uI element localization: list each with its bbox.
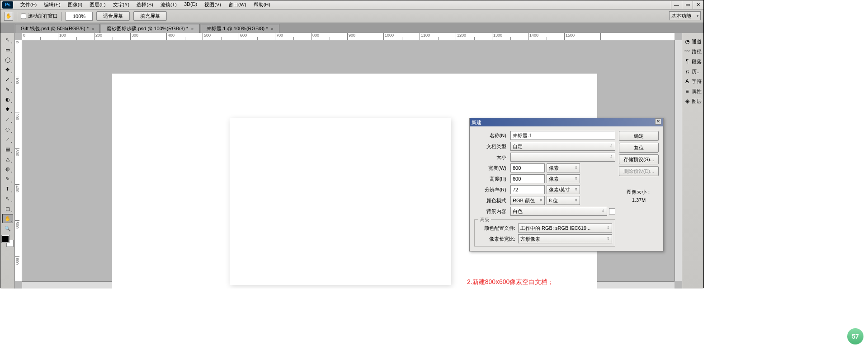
menu-select[interactable]: 选择(S)	[133, 0, 157, 9]
menu-image[interactable]: 图像(I)	[64, 0, 86, 9]
ok-button[interactable]: 确定	[619, 131, 659, 141]
panel-properties[interactable]: ≡属性	[682, 86, 703, 96]
marquee-tool[interactable]: ▭	[2, 45, 13, 54]
name-input[interactable]: 未标题-1	[510, 131, 615, 140]
zoom-input[interactable]: 100%	[66, 12, 93, 21]
hand-tool-icon[interactable]: ✋	[4, 12, 13, 21]
character-icon: A	[684, 78, 690, 84]
doc-tab-2[interactable]: 磨砂图标步骤.psd @ 100%(RGB/8) * ×	[101, 24, 199, 33]
eyedropper-tool[interactable]: ✎	[2, 85, 13, 94]
tab-close-icon[interactable]: ×	[191, 26, 193, 32]
img-size-value: 1.37M	[619, 197, 659, 203]
dialog-close-icon[interactable]: ✕	[655, 118, 661, 125]
scroll-all-label: 滚动所有窗口	[28, 13, 58, 19]
aspect-select[interactable]: 方形像素⇳	[518, 234, 612, 243]
path-tool[interactable]: ↖	[2, 194, 13, 203]
panel-character[interactable]: A字符	[682, 76, 703, 86]
color-swatches[interactable]	[2, 235, 14, 247]
blur-tool[interactable]: △	[2, 154, 13, 163]
delete-preset-button: 删除预设(D)...	[619, 166, 659, 176]
panel-layers[interactable]: ◈图层	[682, 96, 703, 106]
panel-paths[interactable]: 〰路径	[682, 47, 703, 56]
fill-screen-button[interactable]: 填充屏幕	[133, 11, 167, 21]
close-button[interactable]: ✕	[693, 1, 703, 9]
dodge-tool[interactable]: ◍	[2, 164, 13, 173]
image-size-info: 图像大小： 1.37M	[619, 187, 659, 205]
lasso-tool[interactable]: ◯	[2, 55, 13, 64]
dialog-form: 名称(N): 未标题-1 文档类型: 自定⇳ 大小:	[474, 131, 615, 247]
pen-tool[interactable]: ✎	[2, 174, 13, 183]
brush-tool[interactable]: ✱	[2, 105, 13, 114]
width-input[interactable]: 800	[510, 163, 545, 172]
history-brush-tool[interactable]: ◌	[2, 125, 13, 134]
workspace-selector[interactable]: 基本功能 ▾	[669, 11, 701, 20]
chevron-icon: ⇳	[610, 142, 613, 150]
preset-select[interactable]: 自定⇳	[510, 142, 615, 151]
gradient-tool[interactable]: ▤	[2, 144, 13, 154]
hand-tool[interactable]: ✋	[2, 214, 13, 223]
type-tool[interactable]: T	[2, 184, 13, 193]
panel-history[interactable]: ⎌历...	[682, 66, 703, 76]
scroll-all-input[interactable]	[21, 14, 26, 19]
advanced-group: 高级 颜色配置文件: 工作中的 RGB: sRGB IEC619...⇳ 像素长…	[474, 219, 615, 247]
document-canvas[interactable]: ▲ 效果展示 2.新建800ⅹ600像素空白文档； 新建 ✕ 名称(N): 未标…	[112, 74, 597, 289]
stamp-tool[interactable]: ⟋	[2, 115, 13, 124]
window-controls: — ▭ ✕	[671, 1, 703, 9]
app-logo: Ps	[2, 1, 13, 9]
tab-close-icon[interactable]: ×	[91, 26, 94, 32]
save-preset-button[interactable]: 存储预设(S)...	[619, 154, 659, 164]
maximize-button[interactable]: ▭	[682, 1, 693, 9]
bg-color-swatch[interactable]	[609, 208, 615, 214]
doc-tab-1[interactable]: Gift 钱包.psd @ 50%(RGB/8) * ×	[15, 24, 100, 33]
step-caption: 2.新建800ⅹ600像素空白文档；	[467, 278, 554, 286]
menu-type[interactable]: 文字(Y)	[109, 0, 133, 9]
scroll-all-checkbox[interactable]: 滚动所有窗口	[21, 13, 58, 19]
preset-label: 文档类型:	[474, 143, 510, 150]
chevron-icon: ⇳	[607, 235, 610, 243]
bg-label: 背景内容:	[474, 208, 510, 215]
tools-panel: ↖ ▭ ◯ ✥ ⤢ ✎ ◐ ✱ ⟋ ◌ ⟋ ▤ △ ◍ ✎ T ↖ ▢ ✋ 🔍	[0, 33, 15, 289]
heal-tool[interactable]: ◐	[2, 95, 13, 104]
menu-view[interactable]: 视图(V)	[201, 0, 225, 9]
height-unit-select[interactable]: 像素⇳	[547, 174, 580, 183]
res-input[interactable]: 72	[510, 185, 545, 194]
new-dialog: 新建 ✕ 名称(N): 未标题-1 文档类型: 自	[469, 118, 664, 251]
fit-screen-button[interactable]: 适合屏幕	[96, 11, 130, 21]
tab-close-icon[interactable]: ×	[271, 26, 274, 32]
menu-layer[interactable]: 图层(L)	[86, 0, 109, 9]
panel-channels[interactable]: ◔通道	[682, 37, 703, 47]
menu-3d[interactable]: 3D(D)	[180, 0, 201, 9]
wand-tool[interactable]: ✥	[2, 65, 13, 74]
res-unit-select[interactable]: 像素/英寸⇳	[547, 185, 580, 194]
aspect-label: 像素长宽比:	[477, 236, 518, 242]
menu-filter[interactable]: 滤镜(T)	[157, 0, 180, 9]
width-unit-select[interactable]: 像素⇳	[547, 163, 580, 172]
mode-select[interactable]: RGB 颜色⇳	[510, 196, 545, 205]
eraser-tool[interactable]: ⟋	[2, 135, 13, 144]
profile-select[interactable]: 工作中的 RGB: sRGB IEC619...⇳	[518, 223, 612, 233]
dialog-titlebar[interactable]: 新建 ✕	[470, 118, 663, 126]
img-size-label: 图像大小：	[619, 189, 659, 195]
bits-select[interactable]: 8 位⇳	[547, 196, 580, 205]
bg-select[interactable]: 白色⇳	[510, 207, 607, 216]
crop-tool[interactable]: ⤢	[2, 75, 13, 84]
menu-file[interactable]: 文件(F)	[17, 0, 40, 9]
workspace-label: 基本功能	[671, 13, 691, 19]
menu-window[interactable]: 窗口(W)	[225, 0, 250, 9]
menu-help[interactable]: 帮助(H)	[250, 0, 274, 9]
menu-edit[interactable]: 编辑(E)	[40, 0, 64, 9]
reset-button[interactable]: 复位	[619, 143, 659, 153]
height-input[interactable]: 600	[510, 174, 545, 183]
minimize-button[interactable]: —	[671, 1, 682, 9]
app-window: Ps 文件(F) 编辑(E) 图像(I) 图层(L) 文字(Y) 选择(S) 滤…	[0, 0, 704, 288]
size-select[interactable]: ⇳	[510, 153, 615, 162]
zoom-tool[interactable]: 🔍	[2, 224, 13, 233]
scrollbar-vertical[interactable]	[675, 40, 682, 281]
move-tool[interactable]: ↖	[2, 35, 13, 44]
history-icon: ⎌	[684, 68, 690, 74]
shape-tool[interactable]: ▢	[2, 204, 13, 213]
foreground-color[interactable]	[2, 235, 9, 242]
panel-paragraph[interactable]: ¶段落	[682, 56, 703, 66]
size-label: 大小:	[474, 154, 510, 161]
doc-tab-3[interactable]: 未标题-1 @ 100%(RGB/8) * ×	[201, 24, 279, 33]
